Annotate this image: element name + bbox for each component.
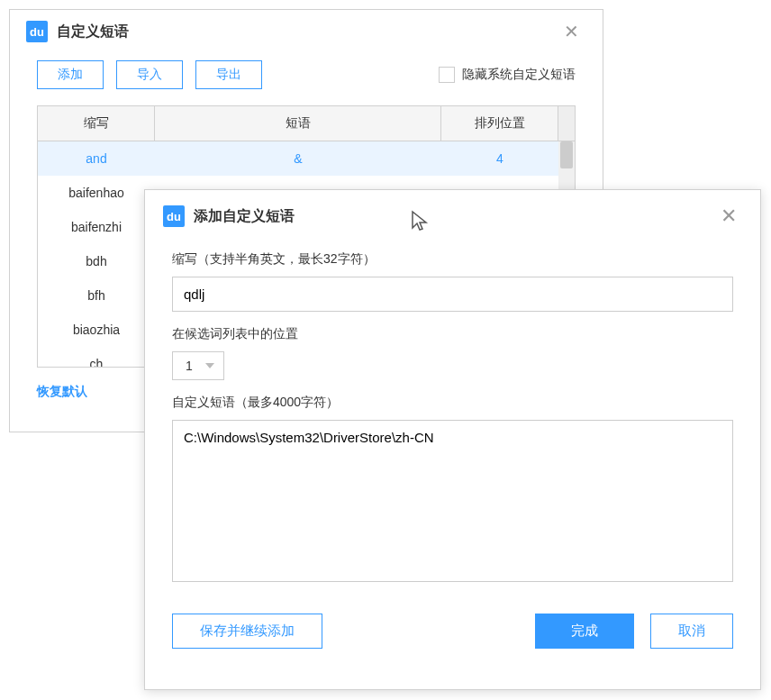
- cell-abbr: and: [38, 151, 155, 166]
- cell-position: 4: [441, 151, 558, 166]
- cell-phrase: &: [155, 151, 441, 166]
- position-select[interactable]: 1: [172, 351, 224, 380]
- header-scroll-gutter: [558, 106, 575, 141]
- abbr-label: 缩写（支持半角英文，最长32字符）: [172, 251, 733, 268]
- modal-body: 缩写（支持半角英文，最长32字符） 在候选词列表中的位置 1 自定义短语（最多4…: [145, 242, 760, 603]
- table-row[interactable]: and & 4: [38, 141, 575, 176]
- modal-titlebar: du 添加自定义短语 ✕: [145, 190, 760, 242]
- table-header: 缩写 短语 排列位置: [38, 106, 575, 141]
- parent-title: 自定义短语: [57, 23, 548, 41]
- header-phrase[interactable]: 短语: [155, 106, 441, 141]
- hide-system-label: 隐藏系统自定义短语: [462, 67, 576, 83]
- cell-abbr: bdh: [38, 254, 155, 268]
- cancel-button[interactable]: 取消: [650, 614, 733, 649]
- baidu-logo-icon: du: [26, 21, 48, 42]
- position-label: 在候选词列表中的位置: [172, 326, 733, 342]
- baidu-logo-icon: du: [163, 205, 185, 227]
- modal-footer: 保存并继续添加 完成 取消: [145, 603, 760, 667]
- abbr-input[interactable]: [172, 277, 733, 312]
- chevron-down-icon: [205, 363, 214, 368]
- checkbox-icon: [439, 67, 455, 83]
- scrollbar-thumb[interactable]: [560, 141, 573, 168]
- cell-abbr: baifenzhi: [38, 220, 155, 234]
- cell-abbr: baifenhao: [38, 186, 155, 200]
- add-phrase-dialog: du 添加自定义短语 ✕ 缩写（支持半角英文，最长32字符） 在候选词列表中的位…: [144, 189, 761, 690]
- cell-abbr: biaozhia: [38, 323, 155, 337]
- phrase-label: 自定义短语（最多4000字符）: [172, 395, 733, 411]
- save-continue-button[interactable]: 保存并继续添加: [172, 614, 322, 649]
- import-button[interactable]: 导入: [116, 60, 183, 89]
- close-icon[interactable]: ✕: [557, 21, 586, 42]
- toolbar: 添加 导入 导出 隐藏系统自定义短语: [10, 53, 603, 105]
- header-position[interactable]: 排列位置: [441, 106, 558, 141]
- modal-title: 添加自定义短语: [194, 207, 706, 226]
- header-abbr[interactable]: 缩写: [38, 106, 155, 141]
- done-button[interactable]: 完成: [535, 614, 634, 649]
- position-value: 1: [186, 359, 193, 373]
- hide-system-checkbox[interactable]: 隐藏系统自定义短语: [439, 67, 576, 83]
- parent-titlebar: du 自定义短语 ✕: [10, 10, 603, 53]
- add-button[interactable]: 添加: [37, 60, 104, 89]
- close-icon[interactable]: ✕: [715, 205, 742, 228]
- export-button[interactable]: 导出: [195, 60, 262, 89]
- cell-abbr: bfh: [38, 288, 155, 303]
- cell-abbr: ch: [38, 357, 155, 367]
- phrase-textarea[interactable]: [172, 420, 733, 582]
